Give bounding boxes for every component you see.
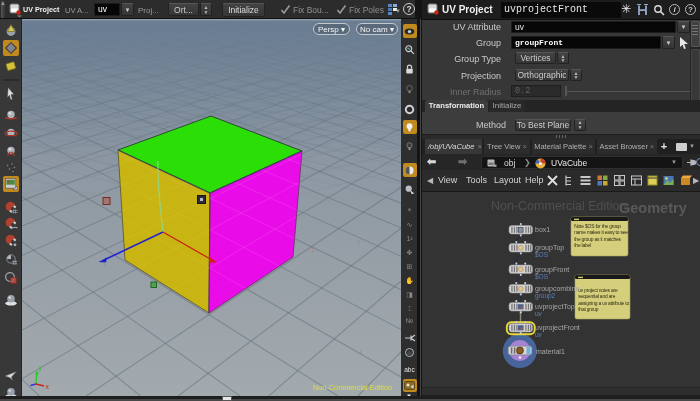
svg-text:$OS: $OS xyxy=(535,251,549,258)
svg-text:Non-Commercial Edition: Non-Commercial Edition xyxy=(491,199,627,213)
svg-text:the label: the label xyxy=(574,243,591,248)
svg-text:that group: that group xyxy=(578,307,599,312)
svg-text:Note $OS for the group: Note $OS for the group xyxy=(574,224,621,229)
svg-text:group2: group2 xyxy=(535,292,556,300)
svg-text:the group as it matches: the group as it matches xyxy=(574,237,621,242)
svg-text:material1: material1 xyxy=(536,348,565,355)
svg-text:sequential and are: sequential and are xyxy=(578,294,615,299)
svg-text:uv: uv xyxy=(535,310,543,317)
svg-text:$OS: $OS xyxy=(535,273,549,280)
svg-text:uv project notes are: uv project notes are xyxy=(578,288,618,293)
svg-text:uv: uv xyxy=(535,331,543,338)
svg-text:assigning a uv attribute to: assigning a uv attribute to xyxy=(578,301,629,306)
svg-text:box1: box1 xyxy=(535,226,550,233)
svg-text:name makes it easy to see: name makes it easy to see xyxy=(574,230,628,235)
svg-text:Geometry: Geometry xyxy=(619,200,687,216)
